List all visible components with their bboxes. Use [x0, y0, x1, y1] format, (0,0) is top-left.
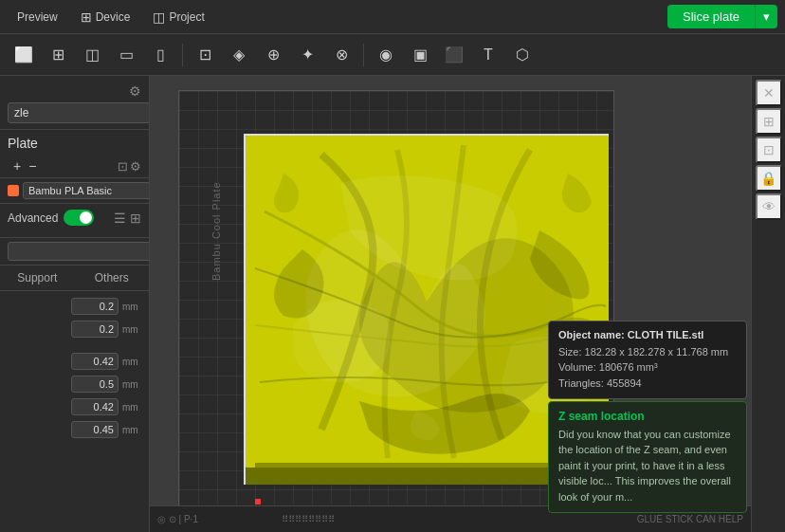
setting-unit-6: mm: [122, 425, 141, 435]
plate-label: Plate: [0, 130, 149, 155]
zseam-title: Z seam location: [558, 410, 737, 423]
tab-support[interactable]: Support: [0, 266, 75, 290]
preview-label: Preview: [17, 10, 58, 24]
vol-settings-icon[interactable]: ⊡: [118, 159, 128, 174]
project-icon: ◫: [153, 9, 165, 25]
setting-row-1: mm: [0, 295, 149, 318]
nozzle-row: ↗: [8, 102, 141, 123]
tool-hex[interactable]: ⬡: [506, 39, 539, 71]
tool-grid[interactable]: ⊞: [42, 39, 74, 71]
search-input[interactable]: [8, 242, 150, 261]
setting-unit-4: mm: [122, 379, 141, 390]
device-icon: ⊞: [81, 9, 92, 25]
settings-grid-icon[interactable]: ⊞: [130, 211, 141, 226]
device-menu[interactable]: ⊞ Device: [71, 6, 140, 28]
red-indicator: [255, 499, 261, 504]
bottom-bar-right: GLUE STICK CAN HELP: [637, 514, 743, 524]
setting-unit-2: mm: [122, 324, 141, 335]
setting-value-5[interactable]: [71, 398, 119, 415]
setting-row-2: mm: [0, 318, 149, 340]
tool-arrange[interactable]: ⊡: [189, 39, 221, 71]
tool-rect1[interactable]: ▭: [110, 39, 142, 71]
main-layout: ⚙ ↗ Plate + − ⊡ ⚙ ✎: [0, 76, 785, 532]
advanced-label: Advanced: [8, 211, 58, 225]
tool-text[interactable]: T: [472, 39, 504, 71]
filament-name-input[interactable]: [23, 182, 150, 199]
top-bar: Preview ⊞ Device ◫ Project Slice plate ▾: [0, 0, 785, 34]
info-line-1: Size: 182.28 x 182.278 x 11.768 mm: [558, 344, 737, 360]
left-sidebar: ⚙ ↗ Plate + − ⊡ ⚙ ✎: [0, 76, 150, 532]
info-line-2: Volume: 180676 mm³: [558, 359, 737, 376]
filament-color-swatch: [8, 185, 19, 196]
setting-row-4: mm: [0, 373, 149, 395]
zseam-body: Did you know that you can customize the …: [558, 427, 737, 505]
vp-layers-button[interactable]: ⊞: [756, 108, 782, 135]
tool-square[interactable]: ▣: [404, 39, 436, 71]
advanced-row: Advanced ☰ ⊞: [8, 210, 141, 226]
vp-close-button[interactable]: ✕: [756, 80, 782, 106]
vol-gear-icon[interactable]: ⚙: [130, 159, 141, 174]
settings-scroll[interactable]: mm mm mm mm mm: [0, 291, 149, 532]
setting-gap-1: [0, 340, 149, 350]
tool-target[interactable]: ⊗: [325, 39, 357, 71]
gear-row: ⚙: [8, 82, 141, 101]
volumes-header: + − ⊡ ⚙: [8, 158, 141, 174]
setting-value-6[interactable]: [71, 421, 119, 438]
info-popup: Object name: CLOTH TILE.stl Size: 182.28…: [548, 321, 747, 400]
settings-icons: ☰ ⊞: [114, 211, 141, 226]
bottom-bar-center: ⠿⠿⠿⠿⠿⠿⠿⠿: [282, 514, 335, 524]
bottom-bar-text: ◎ ⊙ | P·1: [157, 514, 198, 524]
preview-menu[interactable]: Preview: [8, 7, 67, 28]
tool-star[interactable]: ✦: [291, 39, 323, 71]
search-row: ⊡ 🔍: [0, 238, 149, 266]
volumes-add-button[interactable]: +: [11, 158, 23, 174]
vol-icons: ⊡ ⚙: [118, 159, 141, 174]
setting-value-4[interactable]: [71, 376, 119, 393]
volumes-section: + − ⊡ ⚙: [0, 155, 149, 178]
plate-text-label: Bambu Cool Plate: [210, 181, 222, 281]
slice-plate-button[interactable]: Slice plate: [667, 5, 755, 28]
vp-lock-button[interactable]: 🔒: [756, 165, 782, 192]
info-popup-title: Object name: CLOTH TILE.stl: [558, 329, 737, 340]
advanced-toggle[interactable]: [64, 210, 94, 226]
toolbar-row: ⬜ ⊞ ◫ ▭ ▯ ⊡ ◈ ⊕ ✦ ⊗ ◉ ▣ ⬛ T ⬡: [0, 34, 785, 76]
info-line-3: Triangles: 455894: [558, 376, 737, 392]
sidebar-top-section: ⚙ ↗: [0, 76, 149, 130]
setting-value-3[interactable]: [71, 353, 119, 370]
nozzle-input[interactable]: [8, 102, 150, 123]
project-menu[interactable]: ◫ Project: [143, 6, 213, 28]
sidebar-tabs: Support Others: [0, 266, 149, 291]
setting-value-1[interactable]: [71, 298, 119, 315]
setting-value-2[interactable]: [71, 321, 119, 338]
toolbar-separator-2: [363, 44, 364, 66]
project-label: Project: [169, 10, 204, 24]
tool-rect2[interactable]: ▯: [144, 39, 176, 71]
tool-move[interactable]: ⬜: [8, 39, 40, 71]
tool-split[interactable]: ◫: [76, 39, 108, 71]
slice-btn-group: Slice plate ▾: [667, 5, 777, 28]
tool-circle[interactable]: ◉: [370, 39, 402, 71]
tab-others[interactable]: Others: [75, 266, 150, 290]
tool-diamond[interactable]: ◈: [223, 39, 255, 71]
slice-dropdown-button[interactable]: ▾: [755, 5, 777, 28]
setting-unit-3: mm: [122, 357, 141, 367]
zseam-popup: Z seam location Did you know that you ca…: [548, 401, 747, 514]
tool-filled[interactable]: ⬛: [438, 39, 470, 71]
vp-settings-button[interactable]: ⊡: [756, 137, 782, 163]
gear-icon[interactable]: ⚙: [129, 83, 141, 99]
viewport-right-tools: ✕ ⊞ ⊡ 🔒 👁: [751, 76, 785, 532]
setting-unit-1: mm: [122, 302, 141, 312]
filament-row: ✎: [0, 178, 149, 204]
device-label: Device: [96, 10, 131, 24]
vp-eye-button[interactable]: 👁: [756, 193, 782, 220]
setting-row-3: mm: [0, 350, 149, 373]
setting-row-6: mm: [0, 418, 149, 441]
setting-unit-5: mm: [122, 402, 141, 413]
viewport[interactable]: Bambu Cool Plate: [150, 76, 785, 532]
settings-list-icon[interactable]: ☰: [114, 211, 126, 226]
settings-area: Advanced ☰ ⊞: [0, 204, 149, 238]
volumes-remove-button[interactable]: −: [27, 158, 38, 174]
setting-row-5: mm: [0, 395, 149, 418]
toolbar-separator-1: [182, 44, 183, 66]
tool-cross[interactable]: ⊕: [257, 39, 289, 71]
